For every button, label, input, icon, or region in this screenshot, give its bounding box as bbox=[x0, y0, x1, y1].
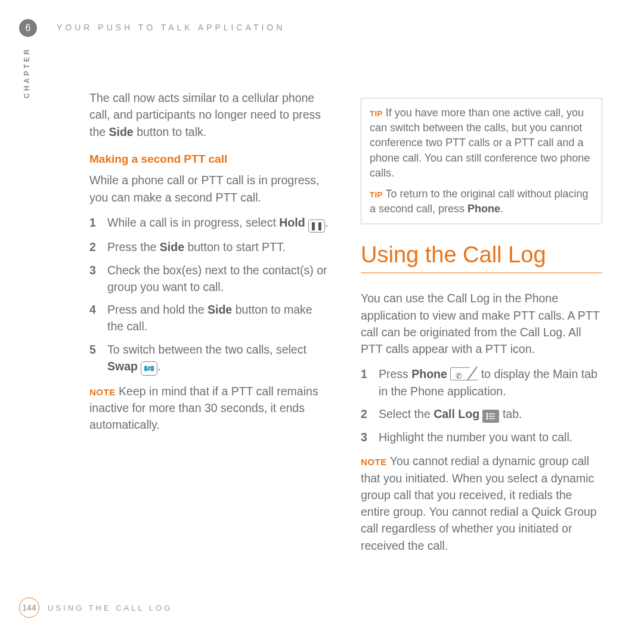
tip-box: TIP If you have more than one active cal… bbox=[361, 98, 602, 224]
svg-point-7 bbox=[487, 418, 488, 419]
note-label: NOTE bbox=[89, 387, 116, 397]
calllog-steps: Press Phone ✆ to display the Main tab in… bbox=[361, 366, 602, 445]
steps-list: While a call is in progress, select Hold… bbox=[89, 214, 331, 376]
tip-label: TIP bbox=[370, 109, 383, 118]
svg-rect-0 bbox=[144, 366, 147, 371]
running-head: YOUR PUSH TO TALK APPLICATION bbox=[57, 23, 285, 32]
page-body: The call now acts similar to a cellular … bbox=[89, 89, 602, 590]
text: To switch between the two calls, select bbox=[107, 343, 306, 356]
text: Press bbox=[379, 367, 411, 380]
footer-title: USING THE CALL LOG bbox=[48, 603, 172, 612]
call-log-icon bbox=[482, 410, 499, 423]
heading-rule bbox=[361, 273, 602, 273]
calllog-note: NOTE You cannot redial a dynamic group c… bbox=[361, 453, 602, 554]
step-1: Press Phone ✆ to display the Main tab in… bbox=[361, 366, 602, 400]
text: button to talk. bbox=[134, 125, 207, 138]
note-text: Keep in mind that if a PTT call remains … bbox=[89, 385, 318, 432]
step-1: While a call is in progress, select Hold… bbox=[89, 214, 331, 233]
note-text: You cannot redial a dynamic group call t… bbox=[361, 454, 597, 552]
step-3: Highlight the number you want to call. bbox=[361, 429, 602, 445]
intro-paragraph: The call now acts similar to a cellular … bbox=[89, 89, 331, 140]
bold-phone: Phone bbox=[467, 203, 500, 215]
svg-point-5 bbox=[487, 413, 488, 414]
svg-rect-1 bbox=[151, 366, 154, 371]
bold-swap: Swap bbox=[107, 360, 138, 373]
svg-point-6 bbox=[487, 416, 488, 417]
text: button to start PTT. bbox=[184, 240, 286, 253]
tip-text: If you have more than one active call, y… bbox=[370, 107, 590, 179]
text: Press and hold the bbox=[107, 303, 208, 316]
bold-side: Side bbox=[109, 125, 134, 138]
note-label: NOTE bbox=[361, 457, 387, 467]
bold-calllog: Call Log bbox=[434, 407, 479, 420]
chapter-number-badge: 6 bbox=[19, 19, 37, 37]
tip-2: TIP To return to the original call witho… bbox=[370, 187, 593, 216]
swap-icon bbox=[141, 361, 157, 376]
page-footer: 144 USING THE CALL LOG bbox=[19, 597, 172, 618]
phone-key-icon: ✆ bbox=[450, 367, 478, 380]
text: Press the bbox=[107, 240, 160, 253]
step-2: Press the Side button to start PTT. bbox=[89, 239, 331, 255]
step-2: Select the Call Log tab. bbox=[361, 405, 602, 423]
bold-side: Side bbox=[160, 240, 184, 253]
hold-icon: ❚❚ bbox=[308, 219, 325, 233]
lead-paragraph: While a phone call or PTT call is in pro… bbox=[89, 172, 331, 206]
bold-hold: Hold bbox=[279, 216, 305, 229]
bold-phone: Phone bbox=[411, 367, 447, 380]
text: tab. bbox=[503, 407, 522, 420]
tip-1: TIP If you have more than one active cal… bbox=[370, 106, 593, 181]
chapter-label: CHAPTER bbox=[23, 47, 31, 98]
section-heading-call-log: Using the Call Log bbox=[361, 239, 602, 271]
step-3: Check the box(es) next to the contact(s)… bbox=[89, 262, 331, 296]
step-5: To switch between the two calls, select … bbox=[89, 341, 331, 376]
page-number: 144 bbox=[19, 597, 39, 618]
calllog-lead: You can use the Call Log in the Phone ap… bbox=[361, 290, 602, 357]
step-4: Press and hold the Side button to make t… bbox=[89, 301, 331, 335]
tip-label: TIP bbox=[370, 190, 383, 199]
note-paragraph: NOTE Keep in mind that if a PTT call rem… bbox=[89, 383, 331, 434]
text: While a call is in progress, select bbox=[107, 216, 279, 229]
column-left: The call now acts similar to a cellular … bbox=[89, 89, 331, 590]
subheading-second-ptt: Making a second PTT call bbox=[89, 151, 331, 168]
bold-side: Side bbox=[208, 303, 232, 316]
column-right: TIP If you have more than one active cal… bbox=[361, 89, 602, 590]
text: Select the bbox=[379, 407, 434, 420]
